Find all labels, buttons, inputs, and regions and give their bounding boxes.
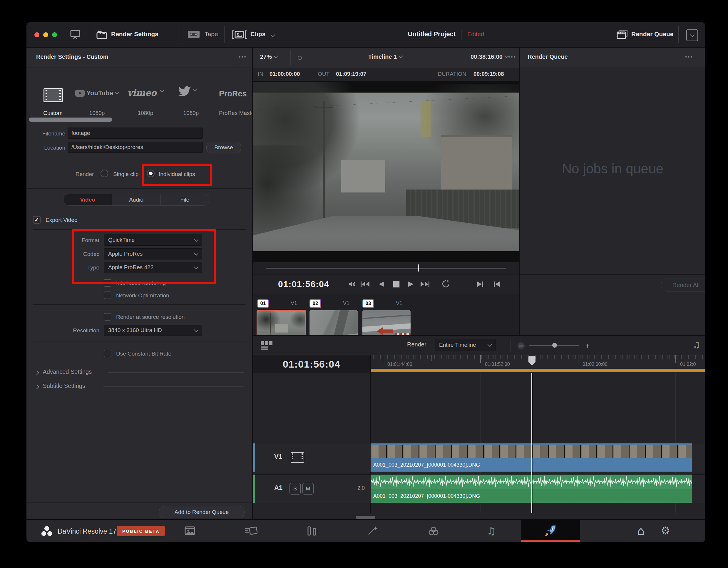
browse-button[interactable]: Browse bbox=[206, 142, 241, 153]
queue-options-button[interactable]: ••• bbox=[685, 54, 693, 60]
zoom-slider[interactable] bbox=[529, 345, 579, 346]
home-button[interactable]: ⌂ bbox=[637, 524, 645, 537]
traffic-light-close[interactable] bbox=[34, 32, 39, 37]
traffic-light-zoom[interactable] bbox=[52, 32, 57, 37]
ruler-label: 01:02:0 bbox=[680, 362, 696, 367]
scrub-playhead[interactable] bbox=[418, 264, 419, 272]
network-optimization-checkbox[interactable] bbox=[104, 291, 111, 299]
audio-waveform-toggle-icon[interactable]: ♫ bbox=[693, 340, 700, 350]
traffic-light-minimize[interactable] bbox=[43, 32, 48, 37]
codec-label: Codec bbox=[41, 251, 99, 257]
video-frame[interactable] bbox=[253, 82, 519, 262]
preset-scrollbar[interactable] bbox=[29, 118, 112, 122]
render-all-button[interactable]: Render All bbox=[661, 279, 705, 291]
subtitle-settings-section[interactable]: Subtitle Settings bbox=[33, 383, 246, 391]
resolution-dropdown[interactable]: 3840 x 2160 Ultra HD bbox=[104, 325, 202, 336]
queue-footer-divider bbox=[520, 274, 705, 275]
go-to-start-button[interactable] bbox=[360, 280, 370, 289]
viewer-options-button[interactable]: ••• bbox=[508, 54, 516, 60]
film-frame-icon[interactable] bbox=[291, 452, 304, 463]
scrub-bar[interactable] bbox=[253, 262, 519, 274]
type-dropdown[interactable]: Apple ProRes 422 bbox=[104, 262, 202, 273]
titlebar-render-queue-button[interactable]: Render Queue bbox=[631, 31, 674, 38]
single-clip-radio[interactable] bbox=[101, 170, 108, 177]
timeline-hscrollbar[interactable] bbox=[356, 516, 375, 519]
interlaced-checkbox[interactable] bbox=[104, 279, 111, 287]
preset-twitter[interactable]: 1080p bbox=[172, 83, 210, 121]
page-color-button[interactable] bbox=[427, 526, 440, 536]
timeline-current-timecode: 01:01:56:04 bbox=[283, 358, 340, 370]
source-resolution-checkbox[interactable] bbox=[104, 313, 111, 321]
tab-video[interactable]: Video bbox=[63, 194, 112, 205]
page-fairlight-button[interactable]: ♫ bbox=[487, 525, 496, 537]
panel-title: Render Queue bbox=[528, 53, 568, 60]
playhead-handle[interactable] bbox=[528, 356, 535, 365]
mute-button[interactable]: M bbox=[302, 483, 314, 495]
location-input[interactable]: /Users/hideki/Desktop/prores bbox=[68, 142, 203, 153]
ruler-label: 01:01:52:00 bbox=[485, 362, 510, 367]
page-deliver-tab-active[interactable] bbox=[521, 520, 580, 542]
cbr-checkbox[interactable] bbox=[104, 350, 111, 357]
panel-options-button[interactable]: ••• bbox=[239, 54, 247, 60]
track-name[interactable]: V1 bbox=[274, 453, 282, 460]
page-media-button[interactable] bbox=[184, 526, 196, 536]
chevron-down-icon bbox=[690, 32, 694, 37]
timeline-ruler[interactable]: 01:01:44:00 01:01:52:00 01:02:00:00 01:0… bbox=[371, 355, 705, 373]
track-color-strip bbox=[253, 475, 255, 503]
chevron-down-icon bbox=[399, 54, 403, 58]
timeline-view-options-icon[interactable] bbox=[260, 341, 273, 350]
filename-input[interactable]: footage bbox=[68, 128, 203, 139]
queue-toggle-checkbox[interactable] bbox=[686, 29, 698, 41]
render-range-dropdown[interactable]: Entire Timeline bbox=[435, 339, 496, 351]
add-to-render-queue-button[interactable]: Add to Render Queue bbox=[159, 506, 245, 518]
page-fusion-button[interactable] bbox=[367, 526, 379, 536]
header-separator bbox=[290, 50, 291, 65]
play-reverse-button[interactable] bbox=[378, 280, 385, 289]
titlebar-clips-button[interactable]: Clips bbox=[250, 31, 265, 38]
track-name[interactable]: A1 bbox=[274, 484, 282, 492]
zoom-slider-handle[interactable] bbox=[552, 343, 557, 348]
preset-label: 1080p bbox=[123, 110, 168, 116]
viewer-timecode-dropdown[interactable]: 00:38:16:00 bbox=[471, 53, 508, 60]
clip-badge: 03 bbox=[362, 299, 374, 308]
chevron-down-icon bbox=[194, 237, 199, 242]
tab-audio[interactable]: Audio bbox=[112, 194, 160, 205]
preset-prores[interactable]: ProRes ProRes Master bbox=[216, 83, 252, 121]
page-cut-button[interactable] bbox=[245, 526, 257, 536]
title-divider bbox=[461, 30, 461, 39]
go-to-end-button[interactable] bbox=[420, 280, 430, 289]
clean-feed-icon[interactable] bbox=[70, 30, 81, 40]
settings-gear-button[interactable]: ⚙ bbox=[661, 525, 670, 537]
stop-button[interactable] bbox=[392, 280, 401, 289]
preset-vimeo[interactable]: vimeo 1080p bbox=[123, 83, 168, 121]
preset-youtube[interactable]: YouTube 1080p bbox=[75, 83, 119, 121]
page-edit-button[interactable] bbox=[306, 526, 318, 536]
audio-mute-icon[interactable] bbox=[348, 280, 357, 289]
previous-clip-button[interactable] bbox=[493, 280, 501, 289]
play-button[interactable] bbox=[407, 280, 415, 289]
zoom-in-button[interactable]: + bbox=[584, 342, 591, 349]
tab-file[interactable]: File bbox=[161, 194, 209, 205]
codec-dropdown[interactable]: Apple ProRes bbox=[104, 248, 202, 259]
loop-button[interactable] bbox=[441, 279, 451, 289]
next-clip-button[interactable] bbox=[476, 280, 484, 289]
preset-custom[interactable]: Custom bbox=[35, 83, 71, 121]
preset-label: ProRes Master bbox=[219, 110, 252, 116]
zoom-level-dropdown[interactable]: 27% bbox=[260, 53, 277, 60]
export-video-checkbox[interactable]: ✓ bbox=[33, 216, 41, 224]
render-queue-header: Render Queue ••• bbox=[520, 48, 705, 68]
timeline-tracks-area: V1 A001_003_20210207_[000001-004330].DNG bbox=[253, 373, 705, 513]
prores-logo-text: ProRes bbox=[219, 89, 247, 98]
solo-button[interactable]: S bbox=[289, 483, 301, 495]
davinci-logo bbox=[41, 525, 53, 537]
toolbar-separator bbox=[511, 339, 511, 352]
clip-track-label: V1 bbox=[396, 300, 402, 306]
titlebar-render-settings-button[interactable]: Render Settings bbox=[111, 31, 158, 38]
duration-timecode: 00:09:19:08 bbox=[473, 71, 504, 77]
zoom-out-button[interactable] bbox=[518, 342, 525, 349]
advanced-settings-section[interactable]: Advanced Settings bbox=[33, 368, 246, 377]
timeline-selector-dropdown[interactable]: Timeline 1 bbox=[335, 53, 435, 60]
individual-clips-radio[interactable] bbox=[147, 170, 155, 177]
format-dropdown[interactable]: QuickTime bbox=[104, 234, 202, 246]
titlebar-tape-button[interactable]: Tape bbox=[205, 31, 218, 38]
